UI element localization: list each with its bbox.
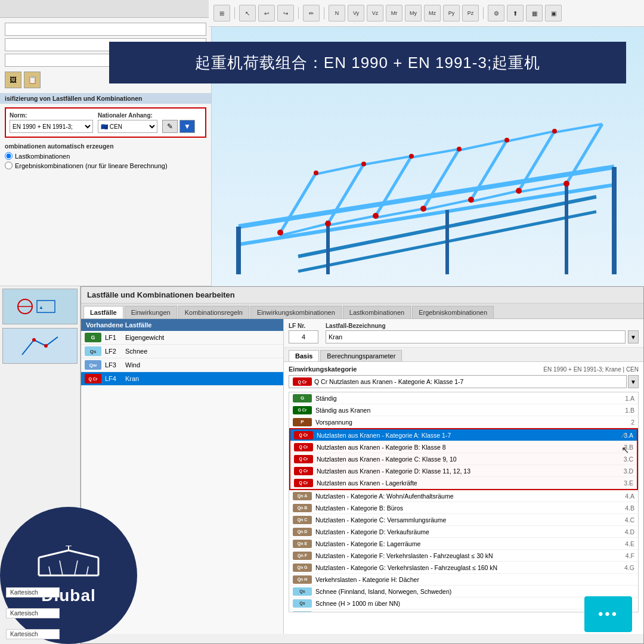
input-field-1[interactable] — [5, 23, 206, 36]
toolbar-btn-mr[interactable]: Mr — [386, 5, 402, 21]
cat-badge-qnd: Qn D — [293, 528, 312, 536]
banner-title: 起重机荷载组合：EN 1990 + EN 1991-3;起重机 — [195, 52, 540, 73]
svg-point-47 — [32, 338, 36, 342]
tab-lastkombinationen[interactable]: Lastkombinationen — [343, 306, 411, 318]
radio-ergebniskomb[interactable] — [5, 162, 13, 169]
lf-item-2[interactable]: Qs LF2 Schnee — [81, 345, 283, 358]
toolbar-btn-n[interactable]: N — [329, 5, 345, 21]
toolbar-btn-arrow[interactable]: ↖ — [239, 5, 256, 21]
cat-item-qnh[interactable]: Qn H Verkehrslasten - Kategorie H: Däche… — [289, 574, 638, 586]
svg-point-32 — [420, 206, 426, 212]
cat-code-qna: 4.A — [618, 493, 634, 500]
bezeichnung-dropdown-btn[interactable]: ▼ — [628, 330, 639, 343]
ewk-dropdown-row: Q Cr Q Cr Nutzlasten aus Kranen - Katego… — [289, 375, 639, 388]
dialog-titlebar: Lastfälle und Kombinationen bearbeiten — [81, 287, 643, 304]
toolbar-btn-redo[interactable]: ↪ — [277, 5, 294, 21]
cat-item-qcr-e[interactable]: Q Cr Nutzlasten aus Kranen - Lagerkräfte… — [290, 477, 637, 489]
toolbar-btn-mz[interactable]: Mz — [424, 5, 441, 21]
lf-badge-qw: Qw — [85, 360, 101, 370]
svg-point-48 — [44, 344, 48, 348]
svg-line-53 — [69, 550, 98, 558]
radio-lastkomb[interactable] — [5, 152, 13, 160]
cat-item-qs1[interactable]: Qs Schnee (Finnland, Island, Norwegen, S… — [289, 586, 638, 597]
cat-item-qcr-a[interactable]: Q Cr Nutzlasten aus Kranen - Kategorie A… — [290, 429, 637, 441]
dialog-content: Vorhandene Lastfälle G LF1 Eigengewicht … — [81, 319, 643, 634]
norm-row: Norm: EN 1990 + EN 1991-3; Nationaler An… — [5, 107, 206, 138]
cat-text-standig: Ständig — [315, 395, 614, 402]
cat-item-qnc[interactable]: Qn C Nutzlasten - Kategorie C: Versammlu… — [289, 514, 638, 526]
cat-badge-gcr: G Cr — [293, 406, 312, 414]
toolbar-btn-pencil[interactable]: ✏ — [303, 5, 320, 21]
toolbar-btn-vz[interactable]: Vz — [367, 5, 383, 21]
norm-filter-btn[interactable]: ▼ — [179, 120, 195, 133]
cat-item-standig[interactable]: G Ständig 1.A — [289, 392, 638, 404]
ewk-label: Einwirkungskategorie — [289, 366, 357, 373]
toolbar-btn-table1[interactable]: ▦ — [526, 5, 543, 21]
tab-kombinationsregeln[interactable]: Kombinationsregeln — [178, 306, 249, 318]
chat-button[interactable]: ••• — [584, 596, 632, 632]
cat-highlighted-group: Q Cr Nutzlasten aus Kranen - Kategorie A… — [289, 428, 638, 490]
ewk-norm: EN 1990 + EN 1991-3; Krane | CEN — [543, 366, 639, 373]
cat-item-vorspannung[interactable]: P Vorspannung 2 — [289, 416, 638, 428]
cat-item-qne[interactable]: Qn E Nutzlasten - Kategorie E: Lagerräum… — [289, 538, 638, 550]
cat-badge-qs2: Qs — [293, 599, 312, 608]
toolbar-btn-up[interactable]: ⬆ — [507, 5, 524, 21]
tab-ergebniskombinationen[interactable]: Ergebniskombinationen — [412, 306, 494, 318]
cat-item-qcr-d[interactable]: Q Cr Nutzlasten aus Kranen - Kategorie D… — [290, 465, 637, 477]
cat-text-qs1: Schnee (Finnland, Island, Norwegen, Schw… — [315, 588, 614, 595]
svg-line-55 — [60, 561, 63, 575]
cat-item-qnb[interactable]: Qn B Nutzlasten - Kategorie B: Büros 4.B — [289, 502, 638, 514]
kartesisch-item-3: Kartesisch — [6, 629, 60, 639]
toolbar-btn-pz[interactable]: Pz — [462, 5, 479, 21]
svg-point-40 — [504, 138, 509, 143]
toolbar-btn-table2[interactable]: ▣ — [545, 5, 562, 21]
national-select[interactable]: 🇪🇺 CEN — [98, 120, 157, 133]
norm-edit-btn[interactable]: ✎ — [162, 120, 178, 133]
cat-item-standig-kr[interactable]: G Cr Ständig aus Kranen 1.B — [289, 404, 638, 416]
cat-item-qnf[interactable]: Qn F Nutzlasten - Kategorie F: Verkehrsl… — [289, 550, 638, 562]
tab-einwirkungskombinationen[interactable]: Einwirkungskombinationen — [250, 306, 342, 318]
cat-badge-qne: Qn E — [293, 540, 312, 548]
toolbar-btn-my[interactable]: My — [405, 5, 422, 21]
cat-item-qng[interactable]: Qn G Nutzlasten - Kategorie G: Verkehrsl… — [289, 562, 638, 574]
tab-lastfaelle[interactable]: Lastfälle — [83, 306, 123, 318]
lf-item-3[interactable]: Qw LF3 Wind — [81, 358, 283, 372]
cat-code-qcr-b: 3.B — [617, 444, 633, 451]
toolbar: ⊞ ↖ ↩ ↪ ✏ N Vy Vz Mr My Mz Py Pz ⚙ ⬆ ▦ ▣ — [209, 0, 644, 27]
cat-item-qcr-c[interactable]: Q Cr Nutzlasten aus Kranen - Kategorie C… — [290, 453, 637, 465]
bezeichnung-input[interactable] — [326, 330, 626, 343]
norm-select[interactable]: EN 1990 + EN 1991-3; — [10, 120, 93, 133]
svg-point-36 — [314, 171, 318, 175]
lf-item-4[interactable]: Q Cr LF4 Kran — [81, 372, 283, 386]
toolbar-btn-gear[interactable]: ⚙ — [488, 5, 504, 21]
svg-line-52 — [39, 550, 69, 558]
cat-item-qnd[interactable]: Qn D Nutzlasten - Kategorie D: Verkaufsr… — [289, 526, 638, 538]
cat-badge-qcr-e: Q Cr — [294, 479, 313, 487]
svg-point-41 — [552, 129, 557, 134]
cat-badge-qna: Qn A — [293, 492, 312, 500]
svg-point-29 — [277, 230, 283, 236]
small-panel-1: ▲ — [2, 289, 78, 324]
toolbar-btn-py[interactable]: Py — [443, 5, 460, 21]
cat-item-qna[interactable]: Qn A Nutzlasten - Kategorie A: Wohn/Aufe… — [289, 490, 638, 502]
cat-item-qcr-b[interactable]: Q Cr Nutzlasten aus Kranen - Kategorie B… — [290, 441, 637, 453]
toolbar-btn-grid[interactable]: ⊞ — [213, 5, 230, 21]
icon-btn-2[interactable]: 📋 — [24, 72, 41, 88]
svg-line-57 — [86, 566, 88, 575]
detail-tab-basis[interactable]: Basis — [289, 350, 319, 361]
cat-badge-qs1: Qs — [293, 587, 312, 596]
detail-tabs: Basis Berechnungsparameter — [284, 348, 643, 362]
cat-text-qnb: Nutzlasten - Kategorie B: Büros — [315, 504, 614, 512]
lfnr-input[interactable] — [289, 330, 318, 343]
detail-tab-berechnungsparameter[interactable]: Berechnungsparameter — [320, 350, 402, 361]
ewk-arrow-btn[interactable]: ▼ — [628, 375, 639, 388]
lf-badge-qcr: Q Cr — [85, 374, 101, 383]
toolbar-btn-undo[interactable]: ↩ — [258, 5, 275, 21]
icon-btn-1[interactable]: 🖼 — [5, 72, 21, 88]
small-panel-2 — [2, 328, 78, 364]
svg-text:▲: ▲ — [39, 305, 44, 310]
lf-item-1[interactable]: G LF1 Eigengewicht — [81, 331, 283, 345]
svg-point-35 — [564, 181, 569, 187]
tab-einwirkungen[interactable]: Einwirkungen — [125, 306, 177, 318]
toolbar-btn-vy[interactable]: Vy — [348, 5, 364, 21]
